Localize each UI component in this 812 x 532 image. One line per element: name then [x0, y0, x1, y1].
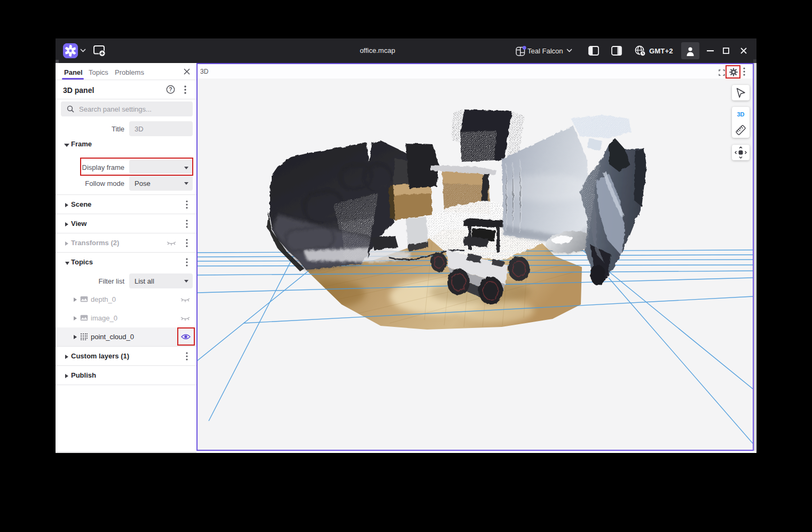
svg-text:?: ? — [169, 87, 172, 92]
